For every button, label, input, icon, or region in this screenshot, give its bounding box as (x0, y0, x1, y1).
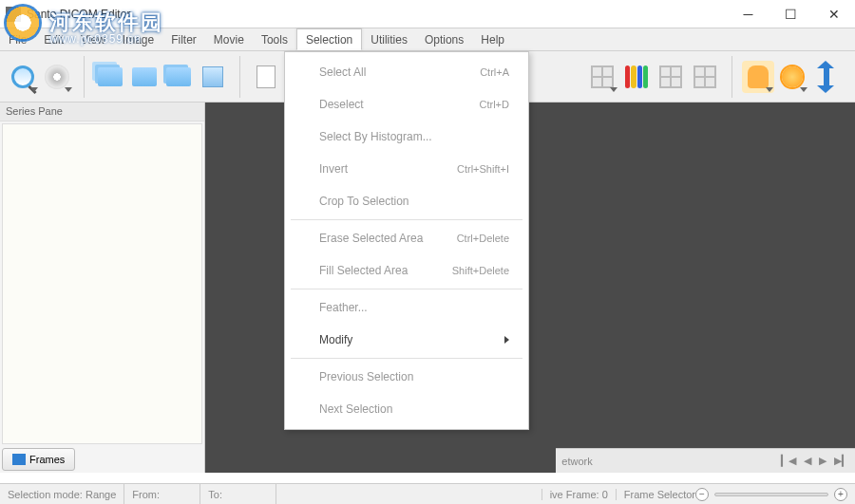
fit-icon (659, 65, 682, 88)
mi-deselect[interactable]: DeselectCtrl+D (285, 88, 528, 121)
nav-first-icon[interactable]: ▎◀ (781, 455, 796, 467)
expand-icon (694, 65, 716, 88)
menu-image[interactable]: Image (114, 28, 162, 50)
menu-view[interactable]: View (72, 28, 114, 50)
mi-select-by-histogram[interactable]: Select By Histogram... (285, 121, 528, 153)
selection-dropdown: Select AllCtrl+A DeselectCtrl+D Select B… (284, 51, 529, 430)
toolbar-sort-button[interactable] (810, 61, 843, 93)
toolbar-doc-button[interactable] (250, 61, 282, 93)
status-active-frame-value: 0 (602, 489, 608, 500)
nav-next-icon[interactable]: ▶ (819, 455, 826, 467)
mi-crop[interactable]: Crop To Selection (285, 185, 528, 217)
toolbar-lut-button[interactable] (620, 61, 653, 93)
toolbar-folder-button[interactable] (94, 61, 126, 93)
series-pane: Series Pane Frames (0, 103, 205, 473)
toolbar-pan-button[interactable] (742, 61, 774, 93)
status-selection-mode: Selection mode: Range (0, 484, 124, 504)
menu-utilities[interactable]: Utilities (362, 28, 416, 50)
mi-erase[interactable]: Erase Selected AreaCtrl+Delete (285, 222, 528, 254)
viewer-network-label: etwork (561, 456, 592, 467)
titlebar: Sante DICOM Editor ─ ☐ ✕ (0, 0, 855, 28)
mi-select-all[interactable]: Select AllCtrl+A (285, 56, 528, 88)
grid-icon (591, 65, 614, 88)
mi-next-selection[interactable]: Next Selection (285, 393, 528, 425)
close-button[interactable]: ✕ (812, 0, 855, 28)
tab-frames-label: Frames (29, 454, 65, 465)
zoom-out-button[interactable]: − (695, 488, 709, 501)
mi-fill[interactable]: Fill Selected AreaShift+Delete (285, 254, 528, 287)
mi-prev-selection[interactable]: Previous Selection (285, 361, 528, 393)
toolbar-folder3-button[interactable] (162, 61, 195, 93)
series-pane-title: Series Pane (0, 103, 204, 121)
mi-feather[interactable]: Feather... (285, 291, 528, 324)
menubar: File Edit View Image Filter Movie Tools … (0, 28, 855, 51)
color-lut-icon (625, 65, 648, 88)
menu-filter[interactable]: Filter (162, 28, 205, 50)
toolbar-zoom-button[interactable] (7, 61, 39, 93)
series-pane-body[interactable] (2, 123, 202, 444)
swap-icon (824, 66, 829, 87)
app-icon (6, 7, 21, 22)
maximize-button[interactable]: ☐ (770, 0, 812, 28)
tab-frames[interactable]: Frames (2, 448, 75, 471)
toolbar-drawer-button[interactable] (197, 61, 229, 93)
status-to: To: (200, 484, 276, 504)
mi-modify[interactable]: Modify (285, 324, 528, 356)
frame-slider[interactable] (714, 493, 828, 496)
drawer-icon (202, 66, 223, 87)
document-icon (256, 65, 276, 88)
menu-file[interactable]: File (0, 28, 35, 50)
cd-icon (45, 65, 69, 89)
window-title: Sante DICOM Editor (27, 8, 130, 21)
menu-edit[interactable]: Edit (35, 28, 72, 50)
folders-icon (98, 67, 123, 86)
menu-options[interactable]: Options (416, 28, 472, 50)
toolbar-layout-button[interactable] (586, 61, 618, 93)
hand-icon (748, 65, 769, 88)
toolbar-fit-button[interactable] (655, 61, 687, 93)
toolbar-cd-button[interactable] (41, 61, 73, 93)
status-bar: Selection mode: Range From: To: ive Fram… (0, 483, 855, 504)
toolbar-expand-button[interactable] (689, 61, 721, 93)
status-from: From: (124, 484, 200, 504)
frames-icon (12, 454, 26, 465)
submenu-arrow-icon (504, 336, 509, 344)
zoom-icon (11, 65, 34, 88)
menu-help[interactable]: Help (472, 28, 513, 50)
folder-icon (132, 67, 157, 86)
toolbar-folder2-button[interactable] (128, 61, 161, 93)
toolbar-brightness-button[interactable] (776, 61, 808, 93)
menu-selection[interactable]: Selection (296, 28, 362, 50)
mi-invert[interactable]: InvertCtrl+Shift+I (285, 153, 528, 185)
folder-multi-icon (166, 67, 191, 86)
nav-last-icon[interactable]: ▶▎ (834, 455, 849, 467)
viewer-subbar: etwork ▎◀ ◀ ▶ ▶▎ (556, 448, 855, 473)
minimize-button[interactable]: ─ (727, 0, 770, 28)
zoom-in-button[interactable]: + (834, 488, 847, 501)
status-active-frame-label: ive Frame: (550, 489, 599, 500)
status-frame-selector-label: Frame Selector (624, 489, 695, 500)
menu-movie[interactable]: Movie (205, 28, 253, 50)
menu-tools[interactable]: Tools (253, 28, 296, 50)
sun-icon (782, 66, 803, 87)
nav-prev-icon[interactable]: ◀ (804, 455, 811, 467)
